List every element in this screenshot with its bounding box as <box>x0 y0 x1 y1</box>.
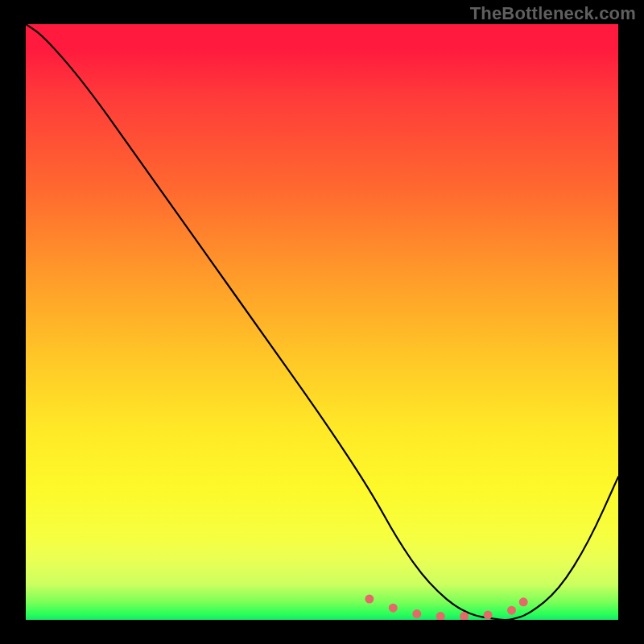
valley-marker <box>436 612 445 620</box>
plot-area <box>26 24 618 620</box>
valley-marker <box>365 595 374 604</box>
valley-marker <box>412 609 421 618</box>
chart-svg <box>26 24 618 620</box>
chart-frame: TheBottleneck.com <box>0 0 644 644</box>
watermark-label: TheBottleneck.com <box>470 3 636 24</box>
valley-marker <box>519 597 528 606</box>
valley-marker <box>484 611 493 620</box>
curve-path <box>26 24 618 620</box>
valley-marker <box>507 606 516 615</box>
valley-marker <box>389 604 398 613</box>
